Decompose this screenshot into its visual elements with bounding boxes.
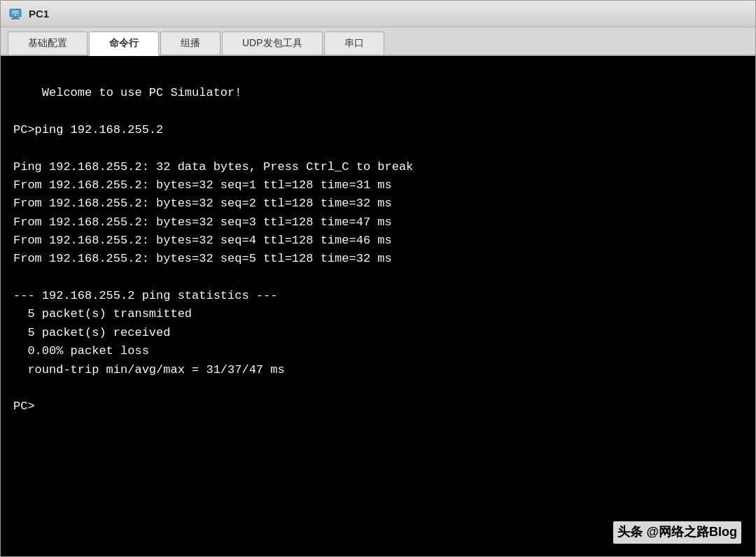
terminal-content: Welcome to use PC Simulator! PC>ping 192…	[13, 86, 413, 413]
watermark: 头条 @网络之路Blog	[613, 521, 741, 544]
title-bar: PC1	[1, 1, 755, 27]
main-window: PC1 基础配置 命令行 组播 UDP发包工具 串口 Welcome to us…	[0, 0, 756, 557]
tab-multicast[interactable]: 组播	[160, 31, 220, 55]
svg-rect-1	[13, 17, 18, 18]
window-icon	[8, 6, 23, 22]
tab-udp-tool[interactable]: UDP发包工具	[222, 31, 323, 55]
window-title: PC1	[29, 8, 49, 20]
svg-point-3	[15, 15, 16, 16]
terminal-output[interactable]: Welcome to use PC Simulator! PC>ping 192…	[1, 56, 755, 556]
tab-command-line[interactable]: 命令行	[89, 31, 159, 56]
tab-basic-config[interactable]: 基础配置	[8, 31, 88, 55]
tab-serial[interactable]: 串口	[324, 31, 384, 55]
svg-rect-2	[11, 18, 20, 20]
tab-bar: 基础配置 命令行 组播 UDP发包工具 串口	[1, 27, 755, 56]
